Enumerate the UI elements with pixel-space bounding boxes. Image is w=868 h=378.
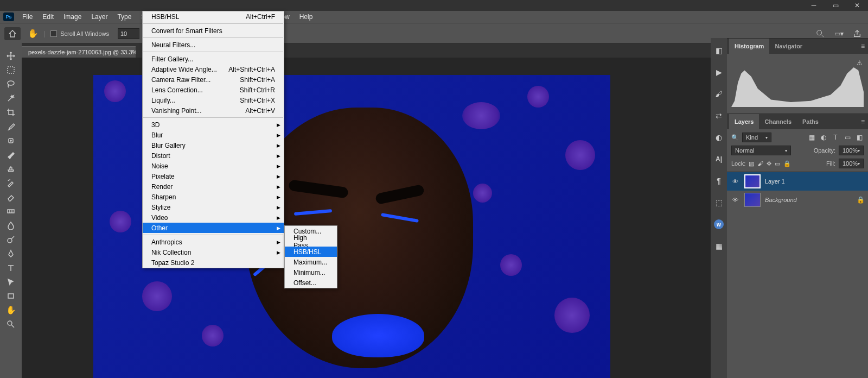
menu-help[interactable]: Help <box>295 11 318 23</box>
filter-camera-raw[interactable]: Camera Raw Filter...Shift+Ctrl+A <box>143 74 284 85</box>
tab-histogram[interactable]: Histogram <box>729 39 769 54</box>
lock-artboard-icon[interactable]: ▭ <box>775 160 780 167</box>
type-tool[interactable] <box>2 261 20 275</box>
layer-thumbnail[interactable] <box>744 174 761 188</box>
path-selection-tool[interactable] <box>2 275 20 289</box>
filter-shape-icon[interactable]: ▭ <box>843 133 852 142</box>
libraries-panel-icon[interactable]: ▦ <box>711 237 727 255</box>
brushes-panel-icon[interactable]: 🖌 <box>711 85 727 103</box>
lock-icon[interactable]: 🔒 <box>857 196 865 204</box>
marquee-tool[interactable] <box>2 63 20 77</box>
filter-other[interactable]: Other▶ <box>143 223 284 233</box>
menu-image[interactable]: Image <box>59 11 86 23</box>
rectangle-tool[interactable] <box>2 289 20 303</box>
filter-last[interactable]: HSB/HSLAlt+Ctrl+F <box>143 11 284 22</box>
lock-pixels-icon[interactable]: 🖌 <box>757 160 763 167</box>
lock-all-icon[interactable]: 🔒 <box>783 160 791 167</box>
filter-3d[interactable]: 3D▶ <box>143 119 284 130</box>
layer-row[interactable]: 👁 Background 🔒 <box>727 191 868 209</box>
tab-paths[interactable]: Paths <box>797 114 824 129</box>
eyedropper-tool[interactable] <box>2 119 20 134</box>
menu-file[interactable]: File <box>17 11 37 23</box>
blend-mode-select[interactable]: Normal▾ <box>731 146 791 155</box>
other-highpass[interactable]: High Pass... <box>285 236 337 247</box>
filter-adjust-icon[interactable]: ◐ <box>819 133 828 142</box>
menu-type[interactable]: Type <box>112 11 136 23</box>
menu-layer[interactable]: Layer <box>86 11 112 23</box>
clone-stamp-tool[interactable] <box>2 162 20 176</box>
maximize-button[interactable]: ▭ <box>825 0 846 11</box>
other-maximum[interactable]: Maximum... <box>285 257 337 267</box>
visibility-toggle[interactable]: 👁 <box>730 177 740 186</box>
adjustments-panel-icon[interactable]: ◐ <box>711 128 727 147</box>
layer-row[interactable]: 👁 Layer 1 <box>727 172 868 191</box>
filter-nik[interactable]: Nik Collection▶ <box>143 247 284 257</box>
filter-smart-icon[interactable]: ◧ <box>855 133 864 142</box>
fill-input[interactable]: 100%▾ <box>839 159 864 168</box>
home-button[interactable] <box>4 27 21 40</box>
web-panel-icon[interactable]: w <box>711 215 727 234</box>
tab-layers[interactable]: Layers <box>729 114 759 129</box>
opacity-input[interactable]: 100%▾ <box>839 146 864 155</box>
minimize-button[interactable]: ─ <box>803 0 825 11</box>
filter-liquify[interactable]: Liquify...Shift+Ctrl+X <box>143 95 284 105</box>
filter-sharpen[interactable]: Sharpen▶ <box>143 192 284 202</box>
move-tool[interactable] <box>2 49 20 63</box>
eraser-tool[interactable] <box>2 190 20 204</box>
filter-stylize[interactable]: Stylize▶ <box>143 202 284 212</box>
color-panel-icon[interactable]: ◧ <box>711 41 727 60</box>
pen-tool[interactable] <box>2 247 20 261</box>
search-icon[interactable] <box>815 28 826 39</box>
healing-brush-tool[interactable] <box>2 134 20 148</box>
visibility-toggle[interactable]: 👁 <box>730 195 740 205</box>
properties-panel-icon[interactable]: ⇄ <box>711 106 727 125</box>
history-brush-tool[interactable] <box>2 176 20 190</box>
filter-wide-angle[interactable]: Adaptive Wide Angle...Alt+Shift+Ctrl+A <box>143 64 284 74</box>
other-offset[interactable]: Offset... <box>285 278 337 288</box>
actions-panel-icon[interactable]: ▶ <box>711 63 727 81</box>
panel-menu-icon[interactable]: ≡ <box>861 118 865 125</box>
crop-tool[interactable] <box>2 105 20 119</box>
zoom-value-input[interactable]: 10 <box>118 28 139 39</box>
filter-blur[interactable]: Blur▶ <box>143 130 284 140</box>
other-hsbhsl[interactable]: HSB/HSL <box>285 247 337 257</box>
filter-anthropics[interactable]: Anthropics▶ <box>143 237 284 247</box>
dodge-tool[interactable] <box>2 232 20 247</box>
document-tab[interactable]: pexels-dazzle-jam-2710063.jpg @ 33.3% <box>22 46 136 58</box>
magic-wand-tool[interactable] <box>2 91 20 105</box>
other-minimum[interactable]: Minimum... <box>285 267 337 278</box>
tab-navigator[interactable]: Navigator <box>769 39 808 54</box>
hand-tool[interactable]: ✋ <box>2 303 20 317</box>
layer-thumbnail[interactable] <box>744 193 761 207</box>
lock-position-icon[interactable]: ✥ <box>767 160 771 167</box>
filter-topaz[interactable]: Topaz Studio 2 <box>143 257 284 268</box>
filter-pixelate[interactable]: Pixelate▶ <box>143 171 284 181</box>
filter-vanishing[interactable]: Vanishing Point...Alt+Ctrl+V <box>143 105 284 116</box>
filter-gallery[interactable]: Filter Gallery... <box>143 54 284 64</box>
filter-distort[interactable]: Distort▶ <box>143 150 284 161</box>
close-button[interactable]: ✕ <box>846 0 868 11</box>
filter-render[interactable]: Render▶ <box>143 181 284 192</box>
filter-smart[interactable]: Convert for Smart Filters <box>143 26 284 36</box>
3d-panel-icon[interactable]: ⬚ <box>711 193 727 212</box>
lock-transparency-icon[interactable]: ▨ <box>749 160 754 167</box>
share-icon[interactable] <box>852 28 863 39</box>
filter-neural[interactable]: Neural Filters... <box>143 40 284 50</box>
filter-lens[interactable]: Lens Correction...Shift+Ctrl+R <box>143 85 284 95</box>
brush-tool[interactable] <box>2 148 20 162</box>
menu-edit[interactable]: Edit <box>37 11 59 23</box>
filter-pixel-icon[interactable]: ▦ <box>807 133 816 142</box>
layer-name[interactable]: Background <box>765 197 797 203</box>
character-panel-icon[interactable]: A| <box>711 150 727 168</box>
filter-noise[interactable]: Noise▶ <box>143 161 284 171</box>
filter-video[interactable]: Video▶ <box>143 212 284 223</box>
blur-tool[interactable] <box>2 218 20 232</box>
zoom-tool[interactable] <box>2 317 20 331</box>
layer-name[interactable]: Layer 1 <box>765 178 785 185</box>
layer-filter-kind[interactable]: Kind▾ <box>742 133 771 142</box>
filter-type-icon[interactable]: T <box>831 133 840 142</box>
lasso-tool[interactable] <box>2 77 20 91</box>
paragraph-panel-icon[interactable]: ¶ <box>711 172 727 190</box>
histogram-warning-icon[interactable]: ⚠ <box>857 59 863 67</box>
gradient-tool[interactable] <box>2 204 20 218</box>
